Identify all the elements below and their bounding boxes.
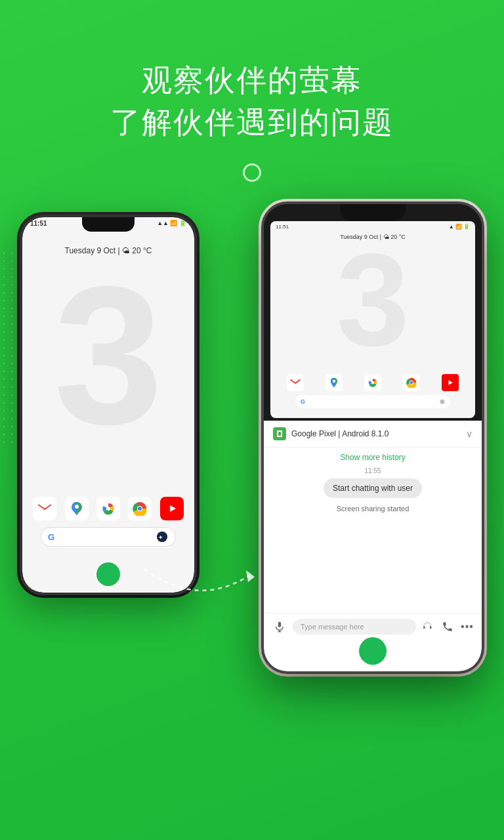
inner-gmail — [287, 374, 304, 391]
inner-big-number: 3 — [270, 234, 475, 366]
inner-time: 11:51 — [276, 224, 289, 230]
phone-right-screen: 11:51 ▲ 📶 🔋 Tuesday 9 Oct | 🌤 20 °C 3 — [264, 204, 482, 671]
phone-left-google-row: G ✦ — [29, 527, 188, 547]
phone-left-big-number: 3 — [22, 257, 194, 453]
inner-maps — [326, 374, 343, 391]
phone-right-notch — [340, 204, 406, 221]
chat-bubble: Start chatting with user — [324, 478, 422, 498]
chat-panel-header: Google Pixel | Android 8.1.0 ∨ — [264, 421, 482, 448]
phone-right-vol-up — [261, 270, 262, 293]
phone-right-home-button[interactable] — [359, 637, 387, 665]
circle-decoration — [0, 163, 504, 182]
screen-sharing-msg: Screen sharing started — [273, 505, 472, 513]
svg-point-18 — [410, 381, 413, 384]
inner-youtube — [442, 374, 459, 391]
app-icon-photos — [96, 497, 120, 520]
inner-chrome — [403, 374, 420, 391]
inner-status-icons: ▲ 📶 🔋 — [449, 224, 470, 230]
app-icon-maps — [65, 497, 89, 520]
phone-right-vol-down — [261, 303, 262, 339]
ring-icon — [243, 163, 261, 182]
inner-app-dock: G ⬤ — [276, 374, 470, 408]
chat-panel: Google Pixel | Android 8.1.0 ∨ Show more… — [264, 421, 482, 671]
message-input[interactable]: Type message here — [293, 619, 416, 635]
phones-container: 11:51 ▲▲ 📶 🔋 Tuesday 9 Oct | 🌤 20 °C 3 — [0, 201, 504, 694]
svg-rect-22 — [278, 432, 281, 436]
google-search-bar-left: G ✦ — [41, 527, 176, 547]
chat-input-bar: Type message here ••• — [264, 613, 482, 640]
app-icon-chrome — [128, 497, 152, 520]
inner-google-bar: G ⬤ — [295, 395, 451, 408]
headphones-icon[interactable] — [420, 619, 436, 635]
svg-point-7 — [138, 507, 142, 511]
inner-phone-screen: 11:51 ▲ 📶 🔋 Tuesday 9 Oct | 🌤 20 °C 3 — [270, 221, 475, 418]
more-options-icon[interactable]: ••• — [459, 619, 475, 635]
svg-marker-19 — [449, 380, 453, 385]
phone-left-app-row — [29, 497, 188, 520]
show-history-link[interactable]: Show more history — [273, 453, 472, 462]
microphone-icon[interactable] — [270, 618, 289, 636]
svg-text:G: G — [301, 398, 305, 405]
phone-right: 11:51 ▲ 📶 🔋 Tuesday 9 Oct | 🌤 20 °C 3 — [261, 201, 484, 674]
svg-point-3 — [106, 507, 110, 511]
phone-left-time: 11:51 — [30, 220, 47, 227]
chat-action-icons: ••• — [420, 619, 475, 635]
device-icon — [273, 427, 286, 440]
phone-left: 11:51 ▲▲ 📶 🔋 Tuesday 9 Oct | 🌤 20 °C 3 — [20, 215, 197, 595]
inner-app-row — [276, 374, 470, 391]
chat-panel-body: Show more history 11:55 Start chatting w… — [264, 448, 482, 524]
svg-point-16 — [371, 381, 374, 384]
app-icon-gmail — [33, 497, 56, 520]
header-section: 观察伙伴的萤幕 了解伙伴遇到的问题 — [0, 0, 504, 157]
svg-rect-23 — [278, 621, 282, 627]
app-icon-youtube — [160, 497, 184, 520]
phone-left-dock: G ✦ — [29, 497, 188, 553]
svg-text:G: G — [48, 532, 54, 542]
svg-point-15 — [333, 379, 335, 382]
svg-point-2 — [75, 505, 79, 509]
header-title: 观察伙伴的萤幕 了解伙伴遇到的问题 — [0, 59, 504, 144]
svg-text:✦: ✦ — [158, 534, 163, 541]
phone-left-status-icons: ▲▲ 📶 🔋 — [157, 220, 186, 226]
phone-right-power-button — [483, 283, 484, 322]
phone-left-side-button — [196, 283, 197, 316]
svg-marker-26 — [246, 570, 255, 582]
chevron-down-icon[interactable]: ∨ — [466, 429, 472, 439]
phone-left-status-bar: 11:51 ▲▲ 📶 🔋 — [30, 220, 186, 227]
chat-timestamp: 11:55 — [273, 467, 472, 474]
phone-left-screen: 11:51 ▲▲ 📶 🔋 Tuesday 9 Oct | 🌤 20 °C 3 — [22, 217, 194, 593]
phone-call-icon[interactable] — [440, 619, 455, 635]
phone-left-home-button[interactable] — [96, 562, 120, 586]
chat-bubble-container: Start chatting with user — [273, 478, 472, 502]
inner-photos — [364, 374, 381, 391]
device-name: Google Pixel | Android 8.1.0 — [291, 429, 466, 438]
